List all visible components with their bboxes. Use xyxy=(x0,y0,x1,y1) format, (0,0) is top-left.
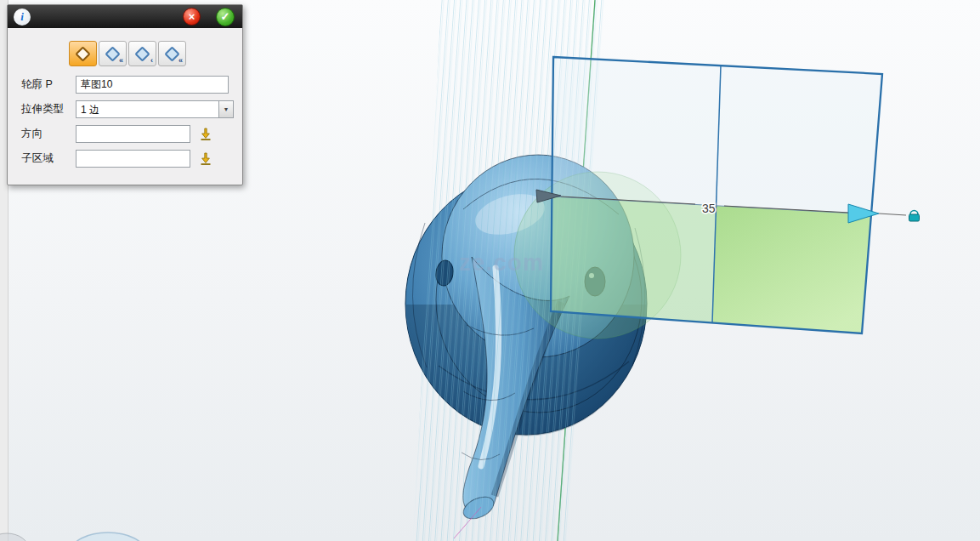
extrude-mode-4-button[interactable]: « xyxy=(158,41,186,66)
extrude-mode-toolbar: « ‹ « xyxy=(69,41,234,66)
cad-application: 35 ze.com i × ✓ xyxy=(0,0,980,541)
profile-label: 轮廓 P xyxy=(14,77,76,92)
dialog-body: « ‹ « 轮廓 P 拉伸类型 1 边 xyxy=(8,28,242,185)
extrude-type-select[interactable]: 1 边 ▼ xyxy=(76,100,234,118)
extrude-type-label: 拉伸类型 xyxy=(14,102,76,117)
diamond-icon xyxy=(134,46,150,61)
diamond-icon xyxy=(105,46,120,61)
mode-4-arrows: « xyxy=(178,57,183,65)
extrude-preview-region[interactable] xyxy=(514,57,882,339)
anchor-lock-icon[interactable] xyxy=(909,211,920,222)
nav-gizmo[interactable] xyxy=(0,532,145,541)
extrude-type-row: 拉伸类型 1 边 ▼ xyxy=(14,100,234,118)
direction-pick-icon[interactable] xyxy=(199,128,212,141)
nav-gizmo-corner[interactable] xyxy=(0,533,29,541)
subregion-row: 子区域 xyxy=(14,150,234,168)
extrude-type-value[interactable]: 1 边 xyxy=(76,100,219,118)
extrude-mode-1-button[interactable] xyxy=(69,41,97,66)
dimension-value[interactable]: 35 xyxy=(702,202,716,215)
chevron-down-icon[interactable]: ▼ xyxy=(219,100,234,118)
subregion-label: 子区域 xyxy=(14,151,76,166)
mode-2-arrows: « xyxy=(119,57,123,65)
direction-input[interactable] xyxy=(76,125,190,143)
profile-input[interactable] xyxy=(76,76,229,94)
extension-line xyxy=(879,214,906,215)
extrude-mode-2-button[interactable]: « xyxy=(99,41,127,66)
direction-label: 方向 xyxy=(14,127,76,141)
cancel-button[interactable]: × xyxy=(183,8,201,26)
profile-row: 轮廓 P xyxy=(14,76,234,94)
subregion-pick-icon[interactable] xyxy=(199,152,212,166)
ok-button[interactable]: ✓ xyxy=(216,8,235,26)
extrude-mode-3-button[interactable]: ‹ xyxy=(128,41,156,66)
subregion-input[interactable] xyxy=(76,150,190,168)
diamond-icon xyxy=(75,46,90,61)
watermark: ze.com xyxy=(459,250,545,276)
diamond-icon xyxy=(164,46,179,61)
region-lower-left[interactable] xyxy=(551,196,717,323)
direction-row: 方向 xyxy=(14,125,234,143)
mode-3-arrows: ‹ xyxy=(150,57,153,65)
info-icon[interactable]: i xyxy=(14,9,31,26)
region-lower-right[interactable] xyxy=(712,206,871,333)
dialog-titlebar[interactable]: i × ✓ xyxy=(8,5,242,28)
nav-gizmo-ring[interactable] xyxy=(71,532,145,541)
extrude-dialog: i × ✓ « ‹ « xyxy=(7,4,243,185)
